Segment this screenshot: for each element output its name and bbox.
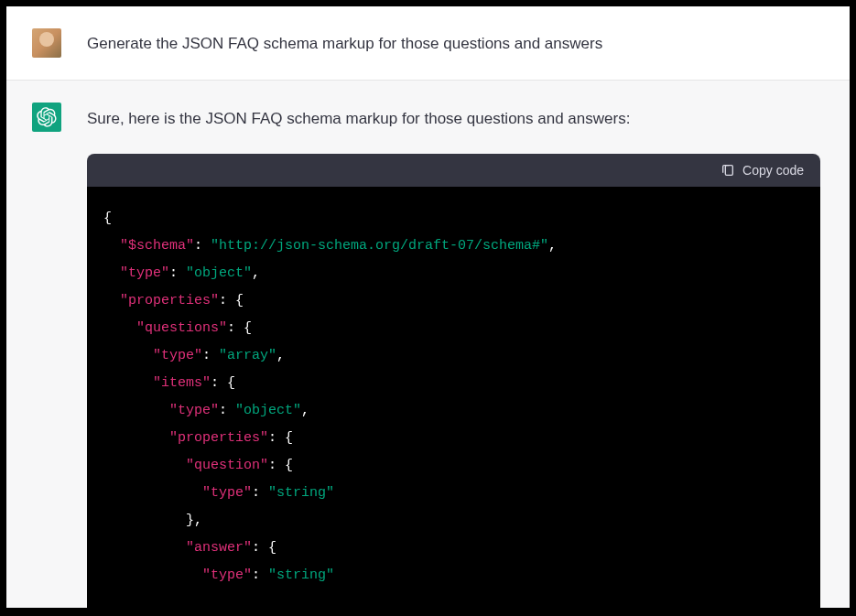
- openai-logo-icon: [37, 107, 57, 127]
- copy-code-label: Copy code: [742, 163, 804, 178]
- code-block-body[interactable]: { "$schema": "http://json-schema.org/dra…: [87, 187, 820, 608]
- assistant-message-row: Sure, here is the JSON FAQ schema markup…: [6, 80, 850, 608]
- assistant-message-text: Sure, here is the JSON FAQ schema markup…: [87, 103, 630, 131]
- user-message-row: Generate the JSON FAQ schema markup for …: [6, 6, 850, 80]
- user-avatar: [32, 28, 61, 58]
- svg-rect-0: [725, 166, 732, 176]
- code-block: Copy code { "$schema": "http://json-sche…: [87, 154, 820, 608]
- code-block-header: Copy code: [87, 154, 820, 187]
- user-message-text: Generate the JSON FAQ schema markup for …: [87, 28, 602, 56]
- assistant-avatar: [32, 103, 61, 132]
- copy-code-button[interactable]: Copy code: [721, 163, 804, 178]
- clipboard-icon: [721, 163, 735, 178]
